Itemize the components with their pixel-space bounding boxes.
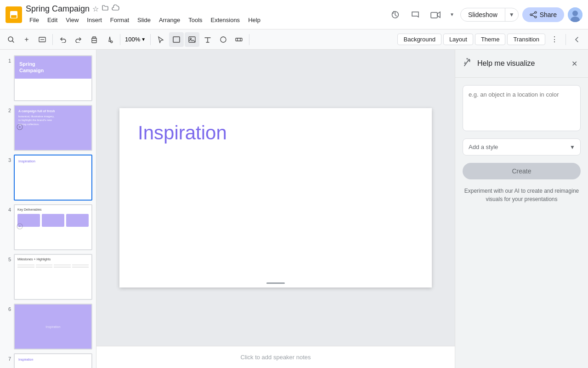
slide-item[interactable]: 7 Inspiration — [0, 351, 96, 368]
slide-thumbnail[interactable]: Inspiration — [14, 304, 92, 350]
canvas-wrapper[interactable]: Inspiration — [96, 50, 455, 346]
link-icon — [17, 223, 23, 231]
slide-number: 6 — [4, 306, 11, 312]
share-icon — [530, 11, 537, 18]
notes-bar[interactable]: Click to add speaker notes — [96, 346, 455, 368]
slide-item[interactable]: 1 SpringCampaign — [0, 53, 96, 103]
more-tool[interactable] — [232, 32, 246, 47]
slide-number: 7 — [4, 356, 11, 362]
collapse-panel-btn[interactable] — [570, 32, 584, 47]
slide-thumbnail[interactable]: Key Deliverables — [14, 204, 92, 250]
slideshow-dropdown-arrow[interactable]: ▼ — [505, 9, 518, 21]
menu-edit[interactable]: Edit — [44, 15, 61, 25]
style-select-wrapper: Add a style Watercolor Photorealistic Sk… — [463, 138, 581, 155]
user-avatar[interactable] — [568, 7, 582, 22]
slide-canvas[interactable]: Inspiration — [119, 108, 432, 288]
cursor-tool[interactable] — [153, 32, 168, 47]
svg-rect-2 — [11, 15, 17, 18]
menu-view[interactable]: View — [62, 15, 82, 25]
share-button[interactable]: Share — [522, 7, 564, 22]
menu-tools[interactable]: Tools — [185, 15, 206, 25]
frame-tool[interactable] — [169, 32, 184, 47]
notes-placeholder[interactable]: Click to add speaker notes — [240, 354, 311, 361]
slide-thumbnail-selected[interactable]: Inspiration — [14, 155, 92, 201]
background-btn[interactable]: Background — [397, 34, 441, 45]
comment-icon[interactable] — [407, 6, 424, 23]
slide-item[interactable]: 6 Inspiration — [0, 302, 96, 351]
slide-thumbnail[interactable]: SpringCampaign — [14, 55, 92, 101]
star-icon[interactable]: ☆ — [92, 5, 99, 13]
title-section: Spring Campaign ☆ File Edit View Insert … — [26, 4, 383, 25]
menu-insert[interactable]: Insert — [83, 15, 106, 25]
slide-thumbnail[interactable]: Milestones + Highlights — [14, 254, 92, 300]
menu-arrange[interactable]: Arrange — [155, 15, 184, 25]
visualize-input[interactable] — [463, 85, 581, 131]
slide-number: 2 — [4, 108, 11, 113]
slideshow-button[interactable]: Slideshow ▼ — [460, 8, 519, 22]
redo-tool[interactable] — [71, 32, 86, 47]
page-indicator — [266, 282, 285, 284]
menu-help[interactable]: Help — [244, 15, 264, 25]
slideshow-label[interactable]: Slideshow — [461, 8, 505, 21]
link-icon — [17, 124, 23, 132]
menu-file[interactable]: File — [26, 15, 43, 25]
main-content: 1 SpringCampaign 2 A campaign full of fr… — [0, 50, 588, 368]
slide-title[interactable]: Inspiration — [138, 122, 227, 144]
create-button[interactable]: Create — [463, 163, 581, 179]
svg-point-10 — [572, 11, 578, 16]
more-options-btn[interactable]: ⋮ — [547, 32, 562, 47]
toolbar: + 100% ▼ — [0, 29, 588, 50]
paint-tool[interactable] — [102, 32, 117, 47]
share-label: Share — [540, 11, 557, 18]
camera-icon[interactable] — [427, 6, 444, 23]
slide-thumbnail[interactable]: Inspiration — [14, 353, 92, 368]
timeline-line — [36, 266, 53, 266]
zoom-in-tool[interactable]: + — [19, 32, 34, 47]
slide-item[interactable]: 4 Key Deliverables — [0, 202, 96, 252]
style-select[interactable]: Add a style Watercolor Photorealistic Sk… — [463, 138, 581, 155]
svg-line-7 — [532, 13, 535, 14]
history-icon[interactable] — [387, 6, 403, 23]
menu-slide[interactable]: Slide — [134, 15, 154, 25]
print-tool[interactable] — [87, 32, 102, 47]
timeline-line — [54, 267, 71, 268]
slide-thumbnail[interactable]: A campaign full of fresh botanical, illu… — [14, 105, 92, 151]
transition-btn[interactable]: Transition — [507, 34, 545, 45]
timeline-line — [36, 267, 53, 268]
slide5-title: Milestones + Highlights — [17, 258, 89, 261]
menu-extensions[interactable]: Extensions — [207, 15, 244, 25]
camera-dropdown[interactable]: ▼ — [447, 6, 457, 23]
slide-item[interactable]: 2 A campaign full of fresh botanical, il… — [0, 103, 96, 153]
shape-tool[interactable] — [216, 32, 231, 47]
doc-title[interactable]: Spring Campaign — [26, 4, 90, 14]
svg-line-8 — [532, 15, 535, 17]
zoom-dropdown-arrow[interactable]: ▼ — [141, 37, 146, 42]
panel-close-button[interactable]: ✕ — [568, 57, 581, 70]
zoom-value[interactable]: 100% — [125, 36, 140, 43]
svg-line-13 — [12, 41, 14, 42]
slide1-title: SpringCampaign — [19, 61, 87, 74]
text-tool[interactable] — [200, 32, 215, 47]
undo-tool[interactable] — [56, 32, 70, 47]
panel-title: Help me visualize — [477, 59, 568, 68]
layout-btn[interactable]: Layout — [443, 34, 473, 45]
fit-tool[interactable] — [35, 32, 50, 47]
svg-point-6 — [530, 14, 532, 16]
app-icon — [6, 6, 22, 23]
right-panel: Help me visualize ✕ Add a style Watercol… — [455, 50, 588, 368]
folder-icon[interactable] — [102, 4, 109, 13]
svg-rect-3 — [431, 12, 437, 18]
image-tool[interactable] — [185, 32, 199, 47]
timeline-line — [72, 267, 89, 268]
separator2 — [120, 34, 120, 45]
search-tool[interactable] — [4, 32, 18, 47]
slide-item[interactable]: 3 Inspiration — [0, 153, 96, 202]
zoom-control[interactable]: 100% ▼ — [123, 36, 147, 43]
slide2-heading: A campaign full of fresh — [18, 109, 88, 113]
toolbar-right: Background Layout Theme Transition ⋮ — [397, 32, 584, 47]
menu-format[interactable]: Format — [107, 15, 133, 25]
canvas-area: Inspiration Click to add speaker notes — [96, 50, 455, 368]
slide-item[interactable]: 5 Milestones + Highlights — [0, 252, 96, 302]
theme-btn[interactable]: Theme — [475, 34, 505, 45]
top-right: ▼ Slideshow ▼ Share — [387, 6, 582, 23]
